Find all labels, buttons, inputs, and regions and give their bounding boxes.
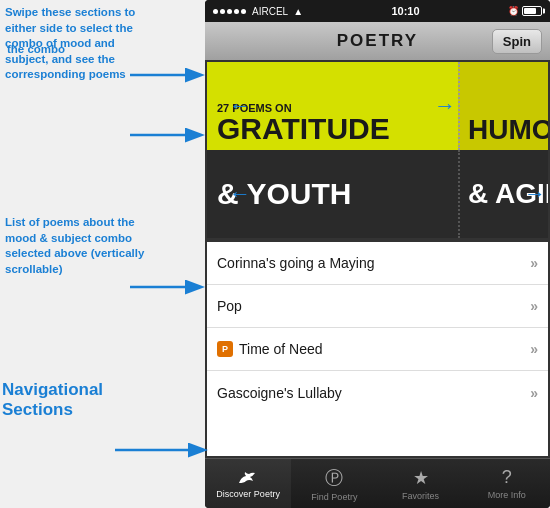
tab-discover[interactable]: Discover Poetry [205, 459, 291, 508]
battery-fill [524, 8, 536, 14]
poem-item[interactable]: PTime of Need» [207, 328, 548, 371]
list-arrow [130, 270, 210, 305]
nav-arrow [115, 430, 215, 470]
combo-label: the combo [7, 43, 65, 55]
swipe-section[interactable]: ← → 27 POEMS ON GRATITUDE HUMO ← → & YOU… [205, 60, 550, 240]
swipe-arrow-1 [130, 60, 210, 90]
battery-icon [522, 6, 542, 16]
tab-more-label: More Info [488, 490, 526, 500]
mood-right-cell[interactable]: HUMO [458, 62, 548, 150]
poem-item[interactable]: Corinna's going a Maying» [207, 242, 548, 285]
mood-row[interactable]: ← → 27 POEMS ON GRATITUDE HUMO [207, 62, 548, 150]
carrier-label: AIRCEL [252, 6, 288, 17]
signal-dot-4 [234, 9, 239, 14]
chevron-right-icon: » [530, 385, 538, 401]
subject-partial: & AGIN [468, 180, 548, 208]
annotation-area: Swipe these sections to either side to s… [0, 0, 205, 508]
poem-item-left: Pop [217, 298, 242, 314]
chevron-right-icon: » [530, 298, 538, 314]
poem-title: Corinna's going a Maying [217, 255, 375, 271]
signal-dot-3 [227, 9, 232, 14]
signal-dots [213, 9, 246, 14]
chevron-right-icon: » [530, 255, 538, 271]
mood-main-cell[interactable]: ← → 27 POEMS ON GRATITUDE [207, 62, 458, 150]
nav-annotation: Navigational Sections [2, 380, 147, 421]
tab-favorites-label: Favorites [402, 491, 439, 501]
swipe-arrow-2 [130, 120, 210, 150]
subject-row[interactable]: ← → & YOUTH & AGIN [207, 150, 548, 238]
poem-item-left: PTime of Need [217, 341, 323, 357]
tab-find[interactable]: Ⓟ Find Poetry [291, 459, 377, 508]
poem-title: Gascoigne's Lullaby [217, 385, 342, 401]
signal-dot-2 [220, 9, 225, 14]
poem-item[interactable]: Pop» [207, 285, 548, 328]
poem-title: Pop [217, 298, 242, 314]
spin-button[interactable]: Spin [492, 29, 542, 54]
alarm-icon: ⏰ [508, 6, 519, 16]
wifi-icon: ▲ [293, 6, 303, 17]
list-hint-text: List of poems about the mood & subject c… [5, 216, 144, 275]
nav-bar: POETRY Spin [205, 22, 550, 60]
poem-title: Time of Need [239, 341, 323, 357]
tab-more[interactable]: ? More Info [464, 459, 550, 508]
bird-icon [237, 469, 259, 487]
circle-p-icon: Ⓟ [325, 466, 343, 490]
poem-item[interactable]: Gascoigne's Lullaby» [207, 371, 548, 414]
poem-item-left: Gascoigne's Lullaby [217, 385, 342, 401]
subject-right-cell[interactable]: & AGIN [458, 150, 548, 238]
nav-title: POETRY [263, 31, 492, 51]
status-bar: AIRCEL ▲ 10:10 ⏰ [205, 0, 550, 22]
star-icon: ★ [413, 467, 429, 489]
status-time: 10:10 [391, 5, 419, 17]
subject-main-cell[interactable]: ← → & YOUTH [207, 150, 458, 238]
tab-discover-label: Discover Poetry [216, 489, 280, 499]
poem-list[interactable]: Corinna's going a Maying»Pop»PTime of Ne… [205, 240, 550, 458]
list-annotation: List of poems about the mood & subject c… [5, 215, 165, 277]
nav-hint-text: Navigational Sections [2, 380, 103, 419]
poem-badge: P [217, 341, 233, 357]
signal-dot-1 [213, 9, 218, 14]
status-left: AIRCEL ▲ [213, 6, 303, 17]
tab-bar: Discover Poetry Ⓟ Find Poetry ★ Favorite… [205, 458, 550, 508]
tab-find-label: Find Poetry [311, 492, 357, 502]
mood-title: GRATITUDE [217, 114, 448, 144]
phone-frame: AIRCEL ▲ 10:10 ⏰ POETRY Spin ← → 27 POEM [205, 0, 550, 508]
chevron-right-icon: » [530, 341, 538, 357]
mood-partial: HUMO [468, 116, 540, 144]
question-icon: ? [502, 467, 512, 488]
status-right: ⏰ [508, 6, 542, 16]
tab-favorites[interactable]: ★ Favorites [378, 459, 464, 508]
poem-item-left: Corinna's going a Maying [217, 255, 375, 271]
signal-dot-5 [241, 9, 246, 14]
subject-title: & YOUTH [217, 179, 351, 209]
